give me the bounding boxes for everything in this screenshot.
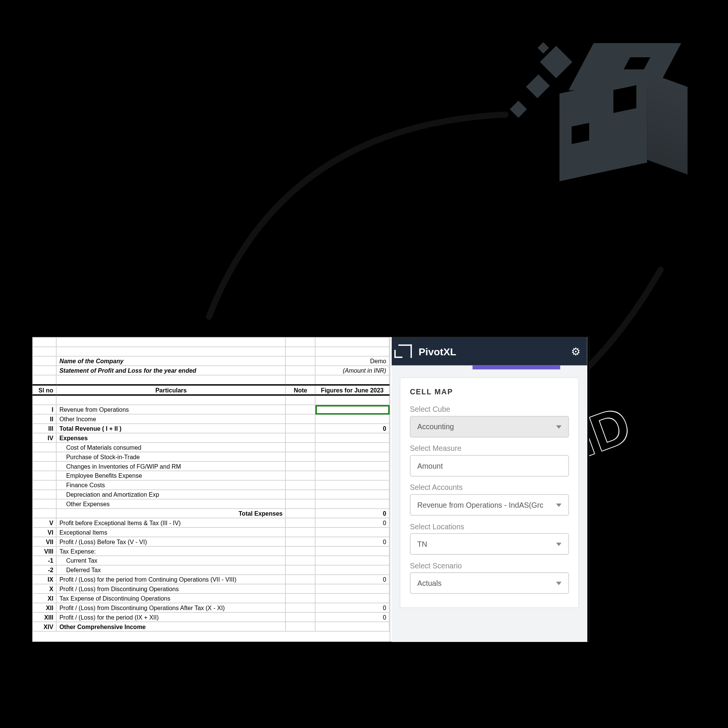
cell[interactable] (56, 375, 286, 385)
cell[interactable]: Tax Expense of Discontinuing Operations (56, 593, 286, 603)
cell[interactable]: Expenses (56, 433, 286, 442)
cell[interactable] (286, 612, 315, 622)
cell[interactable] (286, 527, 315, 537)
cell[interactable]: XI (33, 593, 56, 603)
cell[interactable] (286, 622, 315, 631)
cell[interactable]: XII (33, 603, 56, 612)
cell[interactable] (315, 593, 389, 603)
measure-select[interactable]: Amount (410, 455, 569, 477)
cell[interactable]: 0 (315, 603, 389, 612)
cell[interactable] (33, 337, 56, 347)
cell[interactable]: Name of the Company (56, 356, 286, 366)
cell[interactable] (315, 405, 389, 414)
cell[interactable] (286, 452, 315, 461)
cell[interactable] (315, 622, 389, 631)
cell[interactable]: -1 (33, 556, 56, 565)
cell[interactable]: IX (33, 575, 56, 584)
cell[interactable] (315, 433, 389, 442)
cell[interactable] (315, 395, 389, 405)
cell[interactable]: VIII (33, 546, 56, 556)
cell[interactable]: Profit before Exceptional Items & Tax (I… (56, 518, 286, 527)
cell[interactable]: Profit / (Loss) for the period (IX + XII… (56, 612, 286, 622)
cell[interactable]: -2 (33, 565, 56, 575)
cell[interactable]: Profit / (Loss) Before Tax (V - VI) (56, 537, 286, 546)
cell[interactable] (315, 452, 389, 461)
cell[interactable] (33, 471, 56, 480)
cell[interactable] (286, 490, 315, 499)
cell[interactable]: V (33, 518, 56, 527)
cell[interactable]: I (33, 405, 56, 414)
scenario-select[interactable]: Actuals (410, 572, 569, 594)
cell[interactable]: XIII (33, 612, 56, 622)
accounts-select[interactable]: Revenue from Operations - IndAS(Grc (410, 494, 569, 516)
cell[interactable]: Statement of Profit and Loss for the yea… (56, 366, 286, 375)
cell[interactable]: IV (33, 433, 56, 442)
locations-select[interactable]: TN (410, 533, 569, 555)
cell[interactable]: Sl no (33, 385, 56, 395)
cell[interactable]: Profit / (Loss) for the period from Cont… (56, 575, 286, 584)
cell[interactable] (315, 471, 389, 480)
cell[interactable]: Exceptional Items (56, 527, 286, 537)
cell[interactable] (315, 490, 389, 499)
cell[interactable] (56, 337, 286, 347)
cell[interactable]: Employee Benefits Expense (56, 471, 286, 480)
cell[interactable] (286, 556, 315, 565)
cell[interactable] (33, 490, 56, 499)
cell[interactable] (286, 395, 315, 405)
cell[interactable] (286, 499, 315, 508)
cell[interactable]: X (33, 584, 56, 593)
cell[interactable] (33, 452, 56, 461)
cell[interactable]: XIV (33, 622, 56, 631)
cell[interactable] (33, 480, 56, 490)
cell[interactable]: Finance Costs (56, 480, 286, 490)
cell[interactable]: 0 (315, 612, 389, 622)
cell[interactable]: Note (286, 385, 315, 395)
cell[interactable] (286, 433, 315, 442)
cell[interactable]: Profit / (Loss) from Discontinuing Opera… (56, 603, 286, 612)
cell[interactable]: Total Expenses (56, 508, 286, 518)
cell[interactable]: Profit / (Loss) from Discontinuing Opera… (56, 584, 286, 593)
cell[interactable] (286, 442, 315, 452)
cell[interactable] (315, 461, 389, 471)
cell[interactable]: 0 (315, 508, 389, 518)
cell[interactable]: II (33, 414, 56, 424)
cell[interactable] (286, 584, 315, 593)
cell[interactable]: Deferred Tax (56, 565, 286, 575)
cell[interactable] (286, 471, 315, 480)
cell[interactable]: Other Comprehensive Income (56, 622, 286, 631)
spreadsheet-area[interactable]: Name of the CompanyDemoStatement of Prof… (32, 337, 390, 642)
cell[interactable]: Particulars (56, 385, 286, 395)
cell[interactable] (286, 480, 315, 490)
cell[interactable] (315, 546, 389, 556)
cell[interactable] (315, 584, 389, 593)
cell[interactable]: Purchase of Stock-in-Trade (56, 452, 286, 461)
cell[interactable] (286, 375, 315, 385)
cell[interactable] (33, 375, 56, 385)
cell[interactable]: Depreciation and Amortization Exp (56, 490, 286, 499)
cell[interactable] (315, 442, 389, 452)
cell[interactable] (315, 480, 389, 490)
cell[interactable]: 0 (315, 424, 389, 433)
cell[interactable] (33, 508, 56, 518)
cell[interactable] (315, 337, 389, 347)
cell[interactable] (33, 395, 56, 405)
cell[interactable] (286, 508, 315, 518)
cell[interactable] (315, 556, 389, 565)
cell[interactable]: Revenue from Operations (56, 405, 286, 414)
cell[interactable] (286, 603, 315, 612)
cube-select[interactable]: Accounting (410, 416, 569, 438)
cell[interactable]: 0 (315, 518, 389, 527)
cell[interactable] (315, 414, 389, 424)
cell[interactable] (286, 565, 315, 575)
cell[interactable] (286, 593, 315, 603)
cell[interactable]: Total Revenue ( I + II ) (56, 424, 286, 433)
cell[interactable] (286, 575, 315, 584)
cell[interactable] (286, 337, 315, 347)
cell[interactable]: Current Tax (56, 556, 286, 565)
cell[interactable] (33, 499, 56, 508)
cell[interactable] (286, 414, 315, 424)
cell[interactable] (286, 424, 315, 433)
cell[interactable] (286, 405, 315, 414)
cell[interactable]: Tax Expense: (56, 546, 286, 556)
cell[interactable] (286, 366, 315, 375)
